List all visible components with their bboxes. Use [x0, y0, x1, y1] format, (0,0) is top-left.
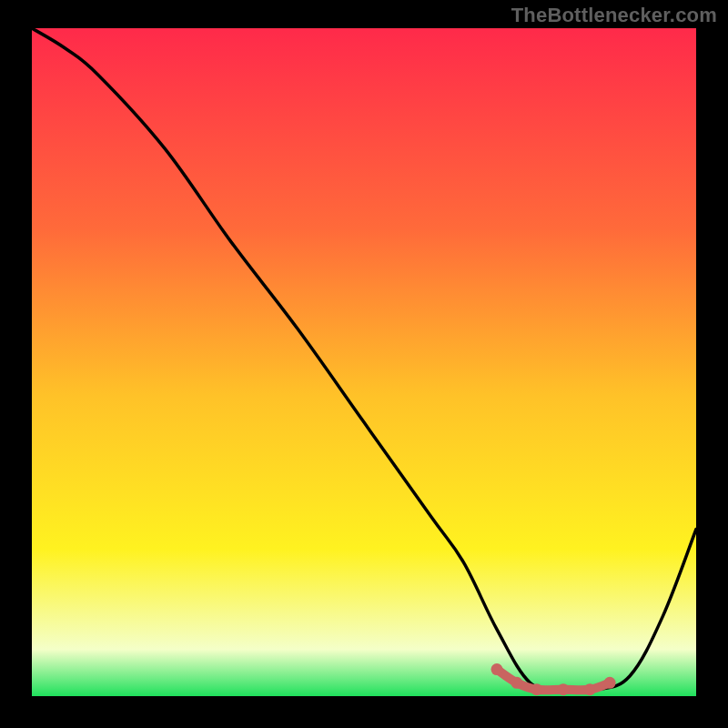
optimal-range-marker: [584, 683, 596, 695]
optimal-range-marker: [558, 683, 570, 695]
bottleneck-chart: [0, 0, 728, 728]
plot-background: [32, 28, 696, 696]
optimal-range-marker: [491, 663, 503, 675]
watermark-label: TheBottlenecker.com: [511, 4, 717, 27]
chart-stage: TheBottlenecker.com: [0, 0, 728, 728]
optimal-range-marker: [531, 683, 542, 695]
optimal-range-marker: [604, 677, 616, 689]
optimal-range-marker: [511, 677, 522, 689]
